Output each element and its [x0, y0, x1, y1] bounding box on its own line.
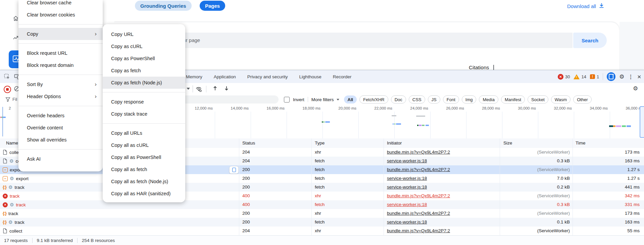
throttling-dropdown-caret-icon[interactable] [187, 88, 190, 90]
initiator-link[interactable]: bundle.min.js?v=Qx9L4m2P7:2 [387, 150, 450, 155]
network-settings-gear-icon[interactable]: ⚙ [633, 86, 638, 91]
issues-count[interactable]: 1 [597, 74, 599, 79]
import-har-icon[interactable] [212, 85, 218, 93]
menu-item-copy-as-fetch[interactable]: Copy as fetch [103, 65, 185, 77]
initiator-link[interactable]: service-worker.js:18 [387, 158, 427, 163]
table-row[interactable]: collect204xhrbundle.min.js?v=Qx9L4m2P7:2… [0, 227, 644, 235]
request-action-chip[interactable] [229, 166, 239, 174]
table-row[interactable]: {:}⚙track200fetchservice-worker.js:180.1… [0, 218, 644, 227]
more-filters-caret-icon[interactable] [337, 99, 339, 100]
inspect-element-icon[interactable] [4, 74, 10, 81]
menu-item-copy-all-as-powershell[interactable]: Copy all as PowerShell [103, 151, 185, 163]
menu-item-header-options[interactable]: Header Options› [18, 90, 103, 103]
tab-lighthouse[interactable]: Lighthouse [299, 74, 321, 79]
menu-item-block-request-url[interactable]: Block request URL [18, 47, 103, 59]
more-filters-label[interactable]: More filters [311, 97, 334, 102]
filter-pill-manifest[interactable]: Manifest [501, 95, 525, 104]
menu-item-copy-all-as-curl[interactable]: Copy all as cURL [103, 139, 185, 151]
pages-chip[interactable]: Pages [200, 1, 225, 11]
export-har-icon[interactable] [224, 85, 230, 93]
column-header-initiator[interactable]: Initiator [387, 140, 402, 146]
settings-gear-icon[interactable]: ⚙ [619, 74, 624, 80]
filter-input-field[interactable] [185, 95, 279, 104]
column-header-type[interactable]: Type [315, 140, 325, 146]
tab-privacy-and-security[interactable]: Privacy and security [247, 74, 288, 79]
column-header-time[interactable]: Time [576, 140, 586, 146]
filter-input-placeholder[interactable]: Fil [12, 97, 17, 102]
tab-application[interactable]: Application [214, 74, 236, 79]
initiator-link[interactable]: bundle.min.js?v=Qx9L4m2P7:2 [387, 193, 450, 198]
error-badge-icon[interactable]: ✕ [558, 74, 563, 80]
menu-item-copy-all-as-fetch[interactable]: Copy all as fetch [103, 163, 185, 175]
initiator-link[interactable]: service-worker.js:18 [387, 202, 427, 207]
initiator-link[interactable]: bundle.min.js?v=Qx9L4m2P7:2 [387, 228, 450, 233]
download-all-link[interactable]: Download all [567, 3, 604, 9]
menu-item-sort-by[interactable]: Sort By› [18, 78, 103, 90]
menu-item-copy-response[interactable]: Copy response [103, 96, 185, 108]
timeline-tick-label: 20,000 ms [326, 106, 356, 110]
home-icon[interactable] [13, 15, 19, 23]
table-row[interactable]: ✕track400xhrbundle.min.js?v=Qx9L4m2P7:2(… [0, 192, 644, 200]
overview-selection-right-handle[interactable] [640, 106, 644, 138]
menu-item-block-request-domain[interactable]: Block request domain [18, 59, 103, 71]
filter-pill-socket[interactable]: Socket [528, 95, 548, 104]
menu-item-copy-all-as-fetch-node-js[interactable]: Copy all as fetch (Node.js) [103, 175, 185, 188]
search-button[interactable]: Search [573, 33, 607, 48]
initiator-link[interactable]: service-worker.js:18 [387, 219, 427, 224]
menu-item-copy-all-as-har-sanitized[interactable]: Copy all as HAR (sanitized) [103, 188, 185, 200]
menu-item-copy-all-urls[interactable]: Copy all URLs [103, 127, 185, 139]
initiator-link[interactable]: bundle.min.js?v=Qx9L4m2P7:2 [387, 211, 450, 216]
initiator-link[interactable]: service-worker.js:18 [387, 185, 427, 190]
warning-badge-icon[interactable] [574, 74, 580, 79]
menu-item-ask-ai[interactable]: Ask AI [18, 153, 103, 165]
menu-item-copy[interactable]: Copy› [18, 28, 103, 40]
filter-pill-font[interactable]: Font [443, 95, 459, 104]
filter-pill-media[interactable]: Media [479, 95, 498, 104]
column-header-name[interactable]: Name [6, 140, 18, 146]
tab-recorder[interactable]: Recorder [333, 74, 352, 79]
network-conditions-icon[interactable] [195, 86, 202, 94]
waterfall-mark [0, 117, 6, 118]
filter-pill-doc[interactable]: Doc [391, 95, 406, 104]
menu-item-copy-as-powershell[interactable]: Copy as PowerShell [103, 52, 185, 65]
filter-pill-other[interactable]: Other [573, 95, 592, 104]
close-devtools-icon[interactable]: ✕ [637, 74, 641, 80]
filter-pill-fetch-xhr[interactable]: Fetch/XHR [359, 95, 388, 104]
filter-pill-js[interactable]: JS [428, 95, 440, 104]
overview-selection-left-handle[interactable] [2, 107, 3, 136]
record-network-log-button[interactable] [4, 86, 11, 93]
filter-funnel-icon[interactable] [5, 97, 10, 103]
initiator-link[interactable]: service-worker.js:18 [387, 176, 427, 181]
menu-item-copy-as-curl[interactable]: Copy as cURL [103, 40, 185, 52]
error-count[interactable]: 30 [565, 74, 570, 79]
invert-checkbox[interactable] [284, 97, 290, 103]
filter-pill-all[interactable]: All [344, 95, 357, 104]
menu-item-label: Copy all as HAR (sanitized) [111, 191, 170, 196]
menu-item-clear-browser-cookies[interactable]: Clear browser cookies [18, 9, 103, 21]
filter-pill-img[interactable]: Img [462, 95, 477, 104]
warning-count[interactable]: 14 [581, 74, 586, 79]
grounding-queries-chip[interactable]: Grounding Queries [135, 1, 192, 11]
menu-item-clear-browser-cache[interactable]: Clear browser cache [18, 0, 103, 9]
table-row[interactable]: {:}track200xhrbundle.min.js?v=Qx9L4m2P7:… [0, 209, 644, 218]
menu-item-copy-url[interactable]: Copy URL [103, 28, 185, 40]
table-row[interactable]: {:}⚙track200fetchservice-worker.js:180.2… [0, 183, 644, 192]
table-row[interactable]: ✕⚙track400fetchservice-worker.js:180.3 k… [0, 200, 644, 209]
trending-icon[interactable] [13, 35, 19, 42]
menu-item-copy-stack-trace[interactable]: Copy stack trace [103, 108, 185, 120]
initiator-link[interactable]: bundle.min.js?v=Qx9L4m2P7:2 [387, 167, 450, 172]
more-options-kebab-icon[interactable]: ⋮ [628, 74, 633, 80]
ai-assistant-icon[interactable]: ✦ [607, 72, 615, 81]
column-header-size[interactable]: Size [503, 140, 512, 146]
issues-badge-icon[interactable]: ! [590, 74, 595, 79]
filter-pill-wasm[interactable]: Wasm [551, 95, 571, 104]
tab-memory[interactable]: Memory [186, 74, 202, 79]
column-header-status[interactable]: Status [242, 140, 255, 146]
table-row[interactable]: ‹›⚙export200fetchservice-worker.js:187.0… [0, 174, 644, 183]
menu-item-copy-as-fetch-node-js[interactable]: Copy as fetch (Node.js) [103, 77, 185, 89]
filter-pill-css[interactable]: CSS [409, 95, 425, 104]
menu-item-override-content[interactable]: Override content [18, 122, 103, 134]
search-input[interactable] [144, 33, 573, 48]
menu-item-show-all-overrides[interactable]: Show all overrides [18, 134, 103, 146]
menu-item-override-headers[interactable]: Override headers [18, 110, 103, 122]
